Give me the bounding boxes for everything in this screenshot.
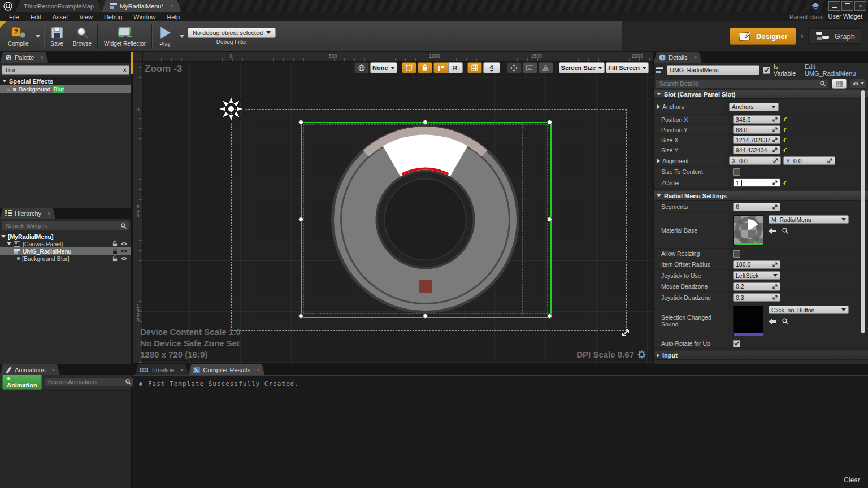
unlock-icon[interactable]	[112, 241, 118, 247]
palette-category-special-effects[interactable]: Special Effects	[0, 77, 131, 85]
tab-compiler-results[interactable]: Compiler Results ×	[188, 364, 264, 375]
visibility-eye-icon[interactable]	[120, 249, 128, 254]
maximize-button[interactable]	[841, 1, 853, 11]
resize-handle-w[interactable]	[298, 217, 303, 222]
close-icon[interactable]: ×	[694, 55, 697, 60]
anchors-dropdown[interactable]: Anchors	[729, 103, 779, 111]
zoom-to-fit-button[interactable]	[507, 62, 522, 73]
menu-debug[interactable]: Debug	[98, 12, 128, 21]
hierarchy-umg-radialmenu[interactable]: UMG_RadialMenu	[0, 247, 131, 255]
material-asset-dropdown[interactable]: M_RadialMenu	[769, 215, 849, 224]
tab-details[interactable]: i Details ×	[654, 52, 702, 63]
palette-search-input[interactable]	[5, 66, 123, 74]
tab-palette[interactable]: Palette ×	[0, 52, 49, 63]
material-thumbnail[interactable]	[733, 215, 763, 246]
reset-to-default-icon[interactable]	[783, 147, 788, 153]
use-selected-asset-icon[interactable]	[769, 228, 776, 234]
visibility-eye-icon[interactable]	[120, 241, 128, 246]
tab-level-map[interactable]: ThirdPersonExampleMap	[16, 0, 102, 12]
size-to-content-checkbox[interactable]	[733, 168, 740, 176]
resize-handle-ne[interactable]	[547, 120, 552, 125]
close-icon[interactable]: ×	[47, 211, 50, 216]
browse-to-asset-icon[interactable]	[782, 228, 788, 234]
render-transform-button[interactable]: R	[448, 62, 463, 73]
sound-asset-dropdown[interactable]: Click_on_Button	[769, 306, 849, 314]
designer-mode-button[interactable]: Designer	[730, 28, 796, 45]
designer-canvas[interactable]: 0 500 1000 1500 2000 0 500 1000 Zoom -3	[133, 52, 653, 363]
alignment-x-input[interactable]: X 0.0	[729, 156, 781, 165]
tab-hierarchy[interactable]: Hierarchy ×	[0, 208, 55, 219]
hierarchy-search-input[interactable]	[5, 222, 121, 230]
unlock-icon[interactable]	[112, 255, 118, 262]
tab-timeline[interactable]: Timeline ×	[135, 364, 188, 375]
hierarchy-root[interactable]: [MyRadialMenu]	[0, 233, 131, 240]
reset-to-default-icon[interactable]	[783, 117, 788, 123]
screen-size-dropdown[interactable]: Screen Size	[559, 62, 605, 73]
menu-file[interactable]: File	[3, 12, 25, 21]
reset-to-default-icon[interactable]	[783, 127, 788, 133]
auto-rotate-checkbox[interactable]	[733, 340, 740, 347]
mouse-deadzone-input[interactable]: 0.2	[733, 282, 780, 291]
menu-asset[interactable]: Asset	[47, 12, 74, 21]
respect-locks-button[interactable]	[418, 62, 432, 73]
add-animation-button[interactable]: + Animation	[2, 374, 42, 390]
resize-handle-sw[interactable]	[298, 313, 303, 319]
joystick-deadzone-input[interactable]: 0.3	[733, 293, 780, 302]
size-y-input[interactable]: 944.432434	[733, 146, 780, 154]
animations-search-input[interactable]	[47, 378, 125, 386]
play-options-caret[interactable]	[180, 35, 184, 38]
graph-mode-button[interactable]: Graph	[808, 28, 862, 44]
display-filter-eye-button[interactable]	[850, 79, 866, 89]
use-selected-asset-icon[interactable]	[769, 319, 776, 324]
section-radial-menu-settings[interactable]: Radial Menu Settings	[654, 191, 868, 201]
hierarchy-canvas-panel[interactable]: [Canvas Panel]	[0, 240, 131, 247]
alignment-y-input[interactable]: Y 0.0	[783, 156, 835, 165]
grid-snap-button[interactable]	[467, 62, 482, 73]
localization-preview-button[interactable]	[354, 62, 369, 73]
item-offset-radius-input[interactable]: 180.0	[733, 260, 780, 269]
localization-culture-dropdown[interactable]: None	[370, 62, 397, 73]
resize-handle-se[interactable]	[547, 313, 552, 319]
menu-help[interactable]: Help	[161, 12, 185, 21]
tutorial-cap-icon[interactable]	[811, 3, 819, 10]
anchor-medallion-icon[interactable]	[215, 93, 247, 125]
favorite-star-icon[interactable]: ☆	[6, 86, 11, 93]
resize-handle-icon[interactable]	[621, 328, 630, 337]
tab-animations[interactable]: Animations ×	[0, 364, 60, 375]
details-search-input[interactable]	[658, 80, 820, 88]
visibility-eye-icon[interactable]	[120, 256, 128, 261]
log-entry[interactable]: Fast Template Successfully Created.	[133, 376, 868, 392]
close-icon[interactable]: ×	[40, 55, 43, 60]
menu-view[interactable]: View	[73, 12, 98, 21]
dpi-settings-gear-icon[interactable]	[637, 350, 646, 359]
resize-handle-n[interactable]	[423, 120, 428, 125]
play-button[interactable]: Play	[154, 21, 176, 51]
edit-widget-link[interactable]: Edit UMG_RadialMenu	[805, 63, 866, 77]
debug-object-dropdown[interactable]: No debug object selected	[188, 28, 276, 38]
reset-to-default-icon[interactable]	[783, 180, 788, 186]
show-outlines-button[interactable]	[402, 62, 416, 73]
clear-log-button[interactable]: Clear	[844, 476, 860, 484]
tab-widget-blueprint[interactable]: MyRadialMenu* ×	[102, 0, 181, 12]
menu-window[interactable]: Window	[128, 12, 161, 21]
size-x-input[interactable]: 1214.702637	[733, 136, 780, 144]
reset-to-default-icon[interactable]	[783, 137, 788, 143]
position-x-input[interactable]: 348.0	[733, 115, 780, 124]
resize-handle-e[interactable]	[547, 217, 552, 222]
parent-class-link[interactable]: User Widget	[828, 13, 862, 20]
property-matrix-button[interactable]	[832, 79, 847, 89]
zorder-input[interactable]: 1	[733, 178, 780, 187]
save-button[interactable]: Save	[46, 21, 68, 51]
section-input[interactable]: Input	[654, 351, 868, 360]
widget-reflector-button[interactable]: Widget Reflector	[99, 21, 150, 51]
joystick-dropdown[interactable]: LeftStick	[733, 271, 780, 280]
section-slot[interactable]: Slot (Canvas Panel Slot)	[654, 90, 868, 99]
browse-button[interactable]: Browse	[68, 21, 96, 51]
minimize-button[interactable]	[828, 1, 840, 11]
sound-thumbnail[interactable]	[733, 306, 763, 336]
close-icon[interactable]: ×	[180, 367, 183, 373]
hierarchy-background-blur[interactable]: [Background Blur]	[0, 255, 131, 262]
palette-item-background-blur[interactable]: ☆ Background Blur	[0, 85, 131, 93]
layout-transform-button[interactable]	[433, 62, 448, 73]
close-button[interactable]: ×	[854, 1, 866, 11]
